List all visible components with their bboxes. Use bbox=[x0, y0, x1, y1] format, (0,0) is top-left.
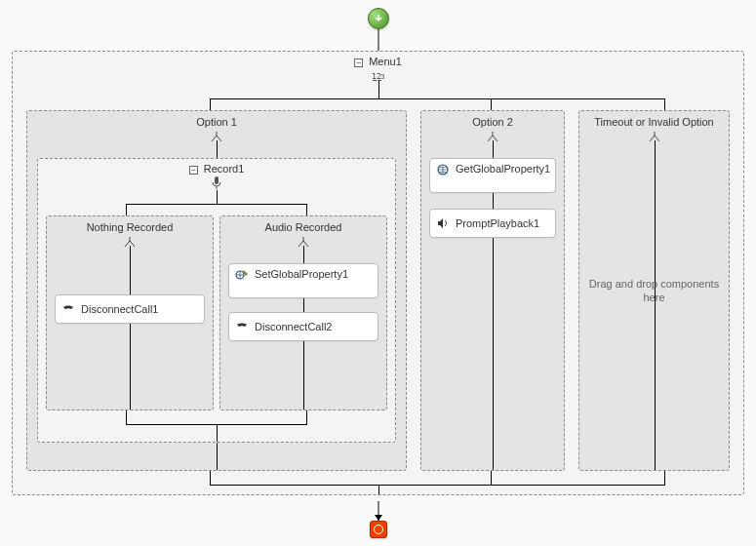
connector bbox=[378, 81, 379, 98]
globe-icon bbox=[436, 163, 450, 176]
svg-rect-0 bbox=[215, 176, 219, 184]
connector bbox=[655, 140, 656, 470]
end-node[interactable] bbox=[370, 521, 387, 538]
record-title: Record1 bbox=[204, 163, 245, 175]
component-label: DisconnectCall2 bbox=[255, 321, 332, 332]
menu-block[interactable]: − Menu1 1̲2̲3 Option 1 − Record1 bbox=[12, 51, 744, 495]
connector bbox=[306, 204, 307, 215]
prompt-playback-component[interactable]: PromptPlayback1 bbox=[429, 209, 556, 238]
component-label: DisconnectCall1 bbox=[81, 303, 158, 315]
menu-type-icon: 1̲2̲3 bbox=[13, 69, 743, 81]
audio-recorded-box[interactable]: Audio Recorded SetGlobalProperty1 Discon… bbox=[219, 215, 387, 410]
globe-pencil-icon bbox=[235, 268, 249, 282]
option-header: Option 1 bbox=[27, 111, 406, 130]
menu-title: Menu1 bbox=[369, 56, 402, 67]
record-header: − Record1 bbox=[38, 159, 395, 175]
disconnect-call-component[interactable]: DisconnectCall2 bbox=[228, 312, 378, 341]
branch-title: Nothing Recorded bbox=[87, 221, 174, 233]
connector bbox=[378, 29, 378, 51]
connector bbox=[493, 140, 494, 158]
connector bbox=[210, 98, 665, 99]
phone-icon bbox=[235, 320, 249, 333]
collapse-icon[interactable]: − bbox=[354, 58, 363, 67]
drop-hint: Drag and drop components here bbox=[587, 277, 721, 305]
component-label: PromptPlayback1 bbox=[456, 217, 539, 229]
connector bbox=[210, 471, 211, 485]
connector bbox=[217, 424, 218, 442]
timeout-option-box[interactable]: Timeout or Invalid Option Drag and drop … bbox=[578, 110, 730, 471]
connector bbox=[303, 341, 304, 410]
option-header: Timeout or Invalid Option bbox=[579, 111, 729, 130]
option-header: Audio Recorded bbox=[220, 216, 386, 235]
collapse-icon[interactable]: − bbox=[189, 166, 198, 175]
component-label: GetGlobalProperty1 bbox=[456, 163, 550, 175]
start-node[interactable] bbox=[368, 8, 389, 29]
option-header: Option 2 bbox=[421, 111, 564, 130]
option-title: Option 1 bbox=[196, 116, 237, 128]
option-2-box[interactable]: Option 2 GetGlobalProperty1 PromptPlayba… bbox=[420, 110, 565, 471]
menu-header: − Menu1 bbox=[13, 52, 743, 67]
connector bbox=[126, 204, 127, 215]
connector bbox=[303, 246, 304, 263]
disconnect-call-component[interactable]: DisconnectCall1 bbox=[55, 294, 205, 324]
option-title: Timeout or Invalid Option bbox=[594, 116, 713, 128]
get-global-property-component[interactable]: GetGlobalProperty1 bbox=[429, 158, 556, 193]
record-block[interactable]: − Record1 Nothing Recorded bbox=[37, 158, 396, 443]
flow-canvas[interactable]: − Menu1 1̲2̲3 Option 1 − Record1 bbox=[8, 8, 748, 538]
option-header: Nothing Recorded bbox=[47, 216, 213, 235]
option-1-box[interactable]: Option 1 − Record1 bbox=[26, 110, 407, 471]
nothing-recorded-box[interactable]: Nothing Recorded DisconnectCall1 bbox=[46, 215, 214, 410]
connector bbox=[491, 98, 492, 110]
branch-title: Audio Recorded bbox=[265, 221, 342, 233]
connector bbox=[664, 471, 665, 485]
connector bbox=[210, 98, 211, 110]
connector bbox=[126, 204, 307, 205]
connector bbox=[126, 410, 127, 424]
connector bbox=[306, 410, 307, 424]
phone-icon bbox=[61, 302, 75, 316]
connector bbox=[493, 193, 494, 209]
connector bbox=[130, 324, 131, 410]
component-label: SetGlobalProperty1 bbox=[255, 268, 348, 280]
speaker-icon bbox=[436, 216, 450, 230]
connector bbox=[378, 485, 379, 494]
connector bbox=[217, 140, 218, 158]
connector bbox=[491, 471, 492, 485]
connector bbox=[210, 485, 665, 486]
set-global-property-component[interactable]: SetGlobalProperty1 bbox=[228, 263, 378, 298]
connector bbox=[303, 298, 304, 312]
connector bbox=[217, 190, 218, 204]
connector bbox=[130, 246, 131, 294]
connector bbox=[664, 98, 665, 110]
connector bbox=[493, 238, 494, 470]
option-title: Option 2 bbox=[472, 116, 513, 128]
connector bbox=[217, 443, 218, 470]
